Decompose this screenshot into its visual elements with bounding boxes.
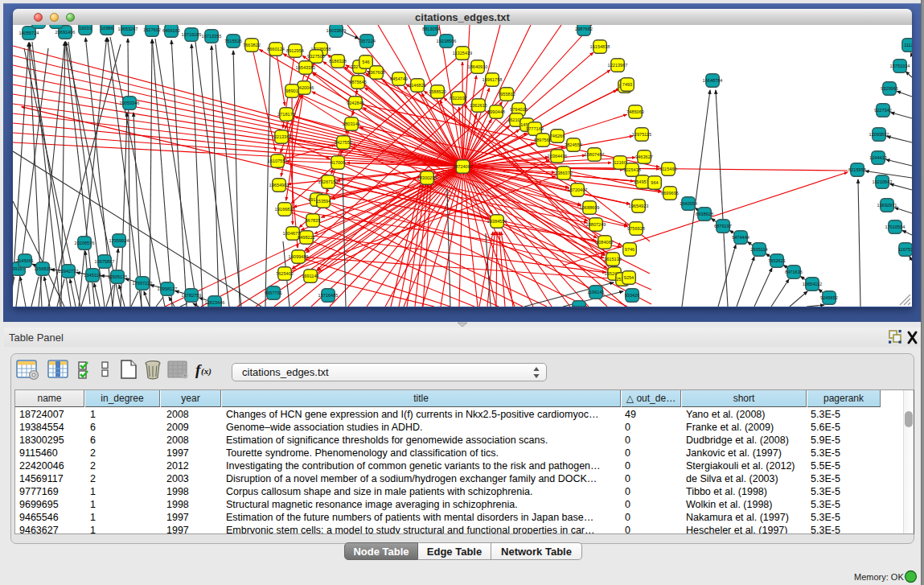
svg-text:9329966: 9329966 [881, 86, 898, 91]
svg-text:3824554: 3824554 [565, 142, 582, 147]
svg-text:9777169: 9777169 [526, 126, 544, 131]
svg-text:8471636: 8471636 [785, 270, 803, 274]
svg-text:1156829: 1156829 [34, 266, 51, 271]
svg-text:12213369: 12213369 [272, 134, 292, 139]
svg-text:19033: 19033 [79, 26, 92, 31]
svg-text:7357224: 7357224 [358, 39, 376, 43]
svg-text:153594: 153594 [316, 199, 331, 204]
svg-text:9242845: 9242845 [347, 101, 364, 105]
svg-text:8813054: 8813054 [422, 27, 440, 31]
svg-text:1527602: 1527602 [143, 27, 161, 32]
svg-text:19384554: 19384554 [487, 219, 507, 224]
svg-text:7485063: 7485063 [626, 109, 644, 114]
svg-text:8454749: 8454749 [390, 76, 408, 81]
svg-text:8660124: 8660124 [267, 47, 285, 51]
svg-text:16648784: 16648784 [703, 78, 723, 83]
svg-text:6699695: 6699695 [661, 191, 679, 196]
svg-text:20364436: 20364436 [548, 154, 568, 159]
svg-text:16543382: 16543382 [296, 65, 316, 70]
svg-text:8990448: 8990448 [487, 109, 505, 114]
svg-text:16107554: 16107554 [268, 159, 288, 163]
svg-text:17359924: 17359924 [109, 238, 129, 243]
svg-text:15751024: 15751024 [890, 64, 910, 68]
svg-text:116753: 116753 [898, 247, 912, 252]
svg-text:7625402: 7625402 [276, 271, 294, 276]
svg-text:19654923: 19654923 [629, 204, 649, 208]
svg-text:16154838: 16154838 [590, 44, 610, 49]
svg-text:9756928: 9756928 [627, 226, 645, 231]
svg-text:7663822: 7663822 [243, 43, 261, 47]
svg-text:(x): (x) [201, 366, 211, 377]
svg-text:1362615: 1362615 [470, 103, 487, 108]
svg-text:8498222: 8498222 [298, 235, 315, 240]
svg-text:70557: 70557 [573, 305, 585, 307]
svg-text:8912954: 8912954 [286, 48, 304, 53]
svg-text:10807487: 10807487 [585, 152, 605, 157]
svg-text:10688609: 10688609 [580, 205, 600, 210]
svg-text:9463627: 9463627 [635, 154, 653, 159]
svg-text:19654903: 19654903 [269, 183, 290, 187]
svg-text:9115460: 9115460 [659, 167, 676, 171]
svg-text:16033809: 16033809 [326, 28, 347, 33]
svg-text:10958127: 10958127 [158, 286, 178, 291]
svg-text:8938928: 8938928 [696, 212, 713, 216]
svg-text:12093832: 12093832 [869, 132, 889, 137]
svg-text:19975867: 19975867 [95, 259, 115, 264]
svg-text:98901: 98901 [285, 89, 298, 93]
svg-text:6879197: 6879197 [714, 224, 732, 229]
svg-text:20053346: 20053346 [120, 101, 140, 105]
svg-text:2935114: 2935114 [750, 247, 767, 252]
svg-text:1691144: 1691144 [302, 274, 318, 278]
svg-text:12942737: 12942737 [59, 269, 79, 274]
svg-text:13267150: 13267150 [318, 179, 339, 184]
svg-text:20691406: 20691406 [55, 30, 76, 35]
svg-text:9084067: 9084067 [596, 240, 614, 245]
svg-text:7955812: 7955812 [498, 92, 515, 97]
svg-text:20206576: 20206576 [75, 241, 95, 245]
svg-text:546: 546 [362, 60, 369, 64]
svg-text:1588520: 1588520 [429, 89, 446, 94]
svg-text:12905135: 12905135 [108, 274, 128, 279]
svg-text:11325419: 11325419 [453, 51, 472, 56]
svg-text:2367608: 2367608 [368, 70, 385, 75]
svg-text:2718176: 2718176 [277, 112, 295, 117]
svg-text:15716485: 15716485 [318, 293, 339, 298]
svg-text:9227342: 9227342 [874, 108, 892, 113]
svg-text:18724007: 18724007 [453, 164, 473, 169]
svg-text:6466160: 6466160 [162, 28, 180, 33]
svg-text:1244413: 1244413 [869, 155, 887, 160]
svg-text:7515526: 7515526 [224, 39, 242, 43]
svg-text:12160: 12160 [614, 160, 626, 165]
svg-text:18640910: 18640910 [468, 64, 488, 69]
svg-text:9794028: 9794028 [510, 107, 528, 112]
svg-text:16210643: 16210643 [873, 179, 893, 184]
svg-text:1345114: 1345114 [84, 273, 101, 278]
svg-text:10654112: 10654112 [803, 282, 822, 286]
svg-text:9327505: 9327505 [307, 54, 325, 59]
svg-text:1615132: 1615132 [604, 257, 622, 262]
svg-text:2145061: 2145061 [16, 258, 34, 263]
svg-text:1196141: 1196141 [587, 290, 604, 295]
svg-text:19218506: 19218506 [437, 39, 457, 43]
svg-text:7386372: 7386372 [555, 171, 573, 175]
svg-text:9254: 9254 [624, 275, 634, 280]
svg-text:9245652: 9245652 [820, 295, 838, 300]
svg-text:9474444: 9474444 [732, 235, 749, 240]
svg-text:867835: 867835 [306, 218, 321, 223]
svg-text:9657791: 9657791 [265, 290, 282, 295]
svg-text:8186328: 8186328 [329, 59, 347, 64]
svg-text:10653267: 10653267 [118, 27, 138, 31]
svg-text:7493: 7493 [622, 82, 632, 87]
svg-text:16713355: 16713355 [202, 34, 222, 39]
svg-text:1640954: 1640954 [680, 201, 697, 206]
svg-text:8322037: 8322037 [450, 96, 467, 101]
svg-text:933426: 933426 [625, 293, 640, 298]
svg-text:9025438: 9025438 [623, 167, 641, 172]
svg-text:6897568: 6897568 [534, 138, 552, 142]
svg-text:17957223: 17957223 [133, 281, 153, 286]
svg-text:12975115: 12975115 [632, 132, 651, 137]
svg-text:18807249: 18807249 [586, 222, 606, 227]
svg-text:2803144: 2803144 [343, 122, 360, 126]
svg-text:14055724: 14055724 [19, 31, 39, 35]
svg-text:15720407: 15720407 [568, 187, 588, 192]
